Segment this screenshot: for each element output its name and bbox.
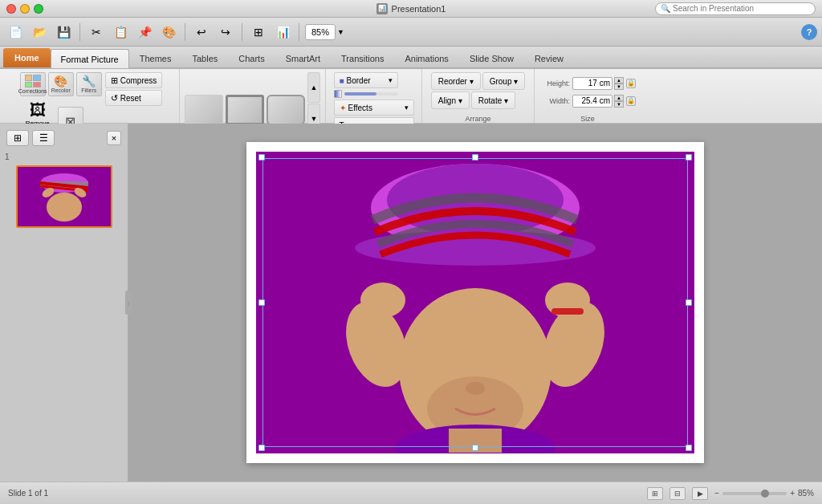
zoom-out-icon[interactable]: − [714,489,719,498]
grid-view-button[interactable]: ⊞ [6,130,29,146]
slide-sorter-button[interactable]: ⊟ [669,487,686,500]
redo-button[interactable]: ↪ [215,22,236,43]
width-spinner[interactable]: ▲ ▼ [614,95,624,108]
height-up[interactable]: ▲ [614,77,624,83]
rotate-button[interactable]: Rotate ▾ [471,91,515,109]
border-slider[interactable] [344,92,398,96]
insert-chart-button[interactable]: 📊 [272,22,293,43]
paste-button[interactable]: 📌 [134,22,155,43]
tab-tables[interactable]: Tables [181,48,228,67]
ribbon-group-size: Height: ▲ ▼ 🔒 Width: ▲ ▼ 🔒 Size [535,69,641,123]
zoom-in-icon[interactable]: + [790,489,795,498]
reset-button[interactable]: ↺ Reset [105,90,163,106]
main-area: ⊞ ☰ × 1 [0,124,822,482]
height-input[interactable] [572,77,612,90]
slide-number: 1 [5,152,10,161]
search-box[interactable]: 🔍 [655,2,816,15]
save-button[interactable]: 💾 [53,22,74,43]
tab-home[interactable]: Home [3,48,51,67]
ribbon-group-border: ■ Border ▾ ✦ Effects ▾ Transparency [326,69,422,123]
recolor-button[interactable]: 🎨 Recolor [48,72,74,96]
picture-style-1[interactable] [185,95,223,125]
cut-button[interactable]: ✂ [86,22,107,43]
zoom-slider-area: − + 85% [714,489,814,498]
search-input[interactable] [673,4,810,13]
slide-count: Slide 1 of 1 [8,489,48,498]
tabs-row: Home Format Picture Themes Tables Charts… [0,47,822,69]
slide-thumbnail[interactable] [16,165,112,228]
height-lock[interactable]: 🔒 [626,79,636,88]
ribbon-group-picture-styles: ▲ ▼ ⊞ Picture Styles [180,69,326,123]
reorder-button[interactable]: Reorder ▾ [431,72,481,90]
effects-button[interactable]: ✦ Effects ▾ [334,100,414,116]
copy-button[interactable]: 📋 [110,22,131,43]
help-button[interactable]: ? [801,24,817,40]
svg-point-14 [466,382,485,395]
width-lock[interactable]: 🔒 [626,96,636,106]
filters-button[interactable]: 🔧 Filters [76,72,102,96]
window-controls[interactable] [6,4,43,14]
zoom-percent: 85% [798,489,814,498]
undo-button[interactable]: ↩ [191,22,212,43]
tab-animations[interactable]: Animations [394,48,458,67]
presentation-button[interactable]: ▶ [692,487,708,500]
panel-resize-handle[interactable]: ⋮ [125,291,132,315]
styles-up[interactable]: ▲ [307,72,320,103]
compress-reset-group: ⊞ Compress ↺ Reset [105,72,163,106]
zoom-area: ▼ [305,24,344,40]
panel-close-button[interactable]: × [107,131,121,145]
height-spinner[interactable]: ▲ ▼ [614,77,624,90]
tab-slideshow[interactable]: Slide Show [459,48,524,67]
zoom-track [722,492,787,495]
separator-4 [299,23,299,41]
tab-format-picture[interactable]: Format Picture [51,49,129,68]
window-title: 📊 Presentation1 [376,3,446,14]
zoom-input[interactable] [305,24,336,40]
picture-style-3[interactable] [267,95,305,125]
slide-canvas-inner[interactable] [256,152,694,453]
slide-panel: ⊞ ☰ × 1 [0,124,128,482]
slide-canvas [246,142,704,463]
height-down[interactable]: ▼ [614,83,624,90]
search-icon: 🔍 [661,4,670,13]
width-input[interactable] [572,95,612,108]
slide-image [256,152,694,453]
svg-point-17 [360,282,405,318]
border-button[interactable]: ■ Border ▾ [334,72,398,88]
app-icon: 📊 [376,3,388,14]
zoom-dropdown[interactable]: ▼ [337,28,344,36]
compress-button[interactable]: ⊞ Compress [105,72,163,88]
minimize-button[interactable] [20,4,30,14]
slider-row [334,90,398,98]
tab-themes[interactable]: Themes [129,48,182,67]
bottom-bar: Slide 1 of 1 ⊞ ⊟ ▶ − + 85% [0,482,822,504]
picture-style-2[interactable] [226,95,264,125]
new-button[interactable]: 📄 [5,22,26,43]
tab-review[interactable]: Review [524,48,574,67]
separator-1 [79,23,80,41]
ribbon: Corrections 🎨 Recolor 🔧 Filters 🖼 [0,69,822,124]
corrections-button[interactable]: Corrections [20,72,46,96]
ribbon-group-arrange: Reorder ▾ Group ▾ Align ▾ Rotate ▾ Arran… [422,69,535,123]
tab-charts[interactable]: Charts [228,48,275,67]
insert-table-button[interactable]: ⊞ [248,22,269,43]
list-view-button[interactable]: ☰ [32,130,55,146]
svg-point-5 [47,193,82,222]
thumb-image [18,167,111,226]
close-button[interactable] [6,4,16,14]
format-button[interactable]: 🎨 [158,22,179,43]
open-button[interactable]: 📂 [29,22,50,43]
maximize-button[interactable] [34,4,43,14]
svg-rect-22 [449,429,502,453]
ribbon-group-adjust: Corrections 🎨 Recolor 🔧 Filters 🖼 [3,69,180,123]
width-down[interactable]: ▼ [614,101,624,108]
align-button[interactable]: Align ▾ [431,91,470,109]
tab-transitions[interactable]: Transitions [331,48,394,67]
group-button[interactable]: Group ▾ [482,72,526,90]
canvas-area [128,124,822,482]
normal-view-button[interactable]: ⊞ [647,487,663,500]
width-up[interactable]: ▲ [614,95,624,101]
tab-home-wrap[interactable]: Home [3,48,51,67]
tab-smartart[interactable]: SmartArt [275,48,331,67]
zoom-thumb[interactable] [761,490,769,498]
